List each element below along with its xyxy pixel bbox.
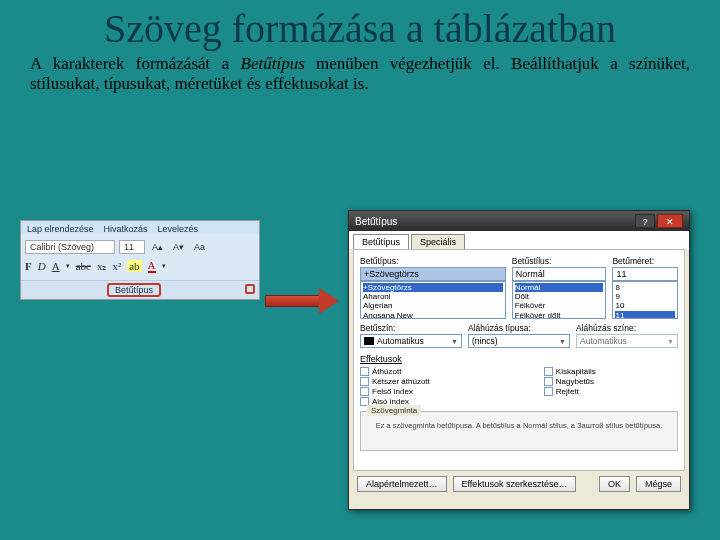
style-input[interactable]: Normál bbox=[512, 267, 607, 281]
size-label: Betűméret: bbox=[612, 256, 678, 266]
underline-color-combo[interactable]: Automatikus ▼ bbox=[576, 334, 678, 348]
underline-color-label: Aláhúzás színe: bbox=[576, 323, 678, 333]
body-italic: Betűtípus bbox=[241, 54, 305, 73]
font-input[interactable]: +Szövegtörzs bbox=[360, 267, 506, 281]
checkbox-row[interactable]: Kiskapitális bbox=[544, 367, 596, 376]
font-listbox[interactable]: +Szövegtörzs Aharoni Algerian Angsana Ne… bbox=[360, 281, 506, 319]
strike-button[interactable]: abc bbox=[76, 260, 91, 272]
italic-button[interactable]: D bbox=[38, 260, 46, 272]
group-name: Betűtípus bbox=[107, 283, 161, 297]
close-button[interactable]: ✕ bbox=[657, 214, 683, 228]
bold-button[interactable]: F bbox=[25, 260, 32, 272]
chevron-down-icon: ▼ bbox=[559, 338, 566, 345]
font-dialog: Betűtípus ? ✕ Betűtípus Speciális Betűtí… bbox=[348, 210, 690, 510]
tab-advanced[interactable]: Speciális bbox=[411, 234, 465, 249]
font-name-combo[interactable]: Calibri (Szöveg) bbox=[25, 240, 115, 254]
color-label: Betűszín: bbox=[360, 323, 462, 333]
shrink-font-button[interactable]: A▾ bbox=[170, 241, 187, 253]
effects-heading: Effektusok bbox=[360, 354, 678, 364]
slide-body: A karakterek formázását a Betűtípus menü… bbox=[30, 54, 690, 94]
size-input[interactable]: 11 bbox=[612, 267, 678, 281]
grow-font-button[interactable]: A▴ bbox=[149, 241, 166, 253]
dialog-launcher-icon[interactable] bbox=[245, 284, 255, 294]
dialog-titlebar: Betűtípus ? ✕ bbox=[349, 211, 689, 231]
style-label: Betűstílus: bbox=[512, 256, 607, 266]
font-size-combo[interactable]: 11 bbox=[119, 240, 145, 254]
size-listbox[interactable]: 8 9 10 11 12 bbox=[612, 281, 678, 319]
font-label: Betűtípus: bbox=[360, 256, 506, 266]
ribbon-tab[interactable]: Levelezés bbox=[158, 224, 199, 234]
cancel-button[interactable]: Mégse bbox=[636, 476, 681, 492]
style-listbox[interactable]: Normál Dőlt Félkövér Félkövér dőlt bbox=[512, 281, 607, 319]
checkbox-row[interactable]: Rejtett bbox=[544, 387, 596, 396]
slide-title: Szöveg formázása a táblázatban bbox=[20, 8, 700, 50]
chevron-down-icon: ▼ bbox=[451, 338, 458, 345]
superscript-button[interactable]: x² bbox=[112, 260, 121, 272]
underline-type-label: Aláhúzás típusa: bbox=[468, 323, 570, 333]
ribbon-group-label: Betűtípus bbox=[21, 280, 259, 299]
ribbon-tab[interactable]: Lap elrendezése bbox=[27, 224, 94, 234]
checkbox-row[interactable]: Felső index bbox=[360, 387, 430, 396]
font-color-button[interactable]: A bbox=[148, 259, 156, 273]
dialog-title-text: Betűtípus bbox=[355, 216, 397, 227]
tab-font[interactable]: Betűtípus bbox=[353, 234, 409, 249]
highlight-button[interactable]: ab bbox=[127, 260, 141, 272]
checkbox-row[interactable]: Áthúzott bbox=[360, 367, 430, 376]
font-color-combo[interactable]: Automatikus ▼ bbox=[360, 334, 462, 348]
ribbon-tab[interactable]: Hivatkozás bbox=[104, 224, 148, 234]
underline-button[interactable]: A bbox=[52, 260, 60, 272]
preview-text: Ez a szövegminta betűtípusa. A betűstílu… bbox=[361, 421, 677, 430]
checkbox-row[interactable]: Kétszer áthúzott bbox=[360, 377, 430, 386]
subscript-button[interactable]: x₂ bbox=[97, 260, 107, 273]
checkbox-row[interactable]: Nagybetűs bbox=[544, 377, 596, 386]
ok-button[interactable]: OK bbox=[599, 476, 630, 492]
clear-format-button[interactable]: Aa bbox=[191, 241, 208, 253]
default-button[interactable]: Alapértelmezett… bbox=[357, 476, 447, 492]
chevron-down-icon: ▼ bbox=[667, 338, 674, 345]
preview-label: Szövegminta bbox=[367, 405, 421, 416]
arrow-icon bbox=[265, 290, 340, 312]
ribbon-snippet: Lap elrendezése Hivatkozás Levelezés Cal… bbox=[20, 220, 260, 300]
body-before: A karakterek formázását a bbox=[30, 54, 241, 73]
ribbon-tabs: Lap elrendezése Hivatkozás Levelezés bbox=[21, 221, 259, 234]
underline-type-combo[interactable]: (nincs) ▼ bbox=[468, 334, 570, 348]
preview-box: Szövegminta Ez a szövegminta betűtípusa.… bbox=[360, 411, 678, 451]
help-button[interactable]: ? bbox=[635, 214, 655, 228]
text-effects-button[interactable]: Effektusok szerkesztése… bbox=[453, 476, 577, 492]
